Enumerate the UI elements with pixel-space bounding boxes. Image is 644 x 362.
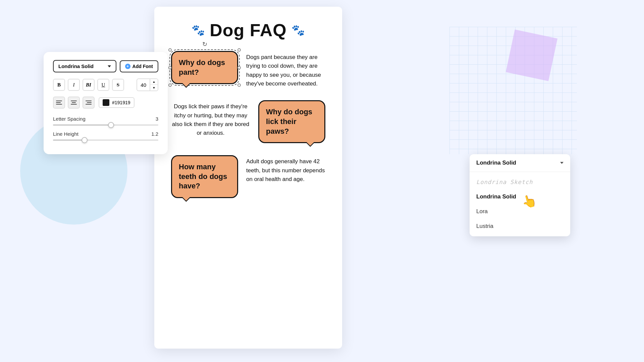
color-picker-button[interactable]: #191919 [99, 97, 135, 108]
font-size-value[interactable]: 40 [137, 81, 150, 89]
speech-bubble-1[interactable]: ↻ Why do dogs pant? [171, 51, 238, 84]
faq-item-1: ↻ Why do dogs pant? Dogs pant because th… [171, 51, 325, 88]
bold-italic-button[interactable]: BI [83, 79, 95, 91]
paw-right-icon: 🐾 [291, 24, 305, 37]
align-color-row: #191919 [53, 97, 158, 109]
speech-bubble-2[interactable]: Why do dogs lick their paws? [258, 100, 325, 143]
dropdown-item-londrina-sketch[interactable]: Londrina Sketch [470, 175, 570, 189]
font-option-lora: Lora [476, 208, 488, 215]
handle-ml[interactable] [168, 66, 172, 69]
strikethrough-button[interactable]: S [112, 79, 124, 91]
faq-item-2: Why do dogs lick their paws? Dogs lick t… [171, 100, 325, 143]
letter-spacing-thumb[interactable] [108, 122, 114, 128]
letter-spacing-value: 3 [156, 116, 158, 122]
font-select-chevron-icon [108, 65, 111, 67]
line-height-label: Line Height [53, 131, 78, 137]
align-center-button[interactable] [68, 97, 80, 109]
formatting-panel: Londrina Solid + Add Font B I BI U S 40 … [44, 52, 168, 154]
question-3: How many teeth do dogs have? [179, 163, 227, 190]
letter-spacing-track[interactable] [53, 124, 158, 126]
font-size-input: 40 ▲ ▼ [137, 78, 158, 91]
line-height-track[interactable] [53, 139, 158, 141]
italic-button[interactable]: I [68, 79, 80, 91]
plus-icon: + [125, 64, 130, 69]
line-height-label-row: Line Height 1.2 [53, 131, 158, 137]
align-left-button[interactable] [53, 97, 65, 109]
document-title: Dog FAQ [210, 20, 286, 40]
dropdown-selected-font: Londrina Solid [476, 160, 516, 166]
line-height-value: 1.2 [151, 131, 158, 137]
font-row: Londrina Solid + Add Font [53, 60, 158, 72]
style-buttons-row: B I BI U S 40 ▲ ▼ [53, 78, 158, 91]
bg-purple-rect [506, 29, 557, 81]
selection-overlay: ↻ [169, 49, 240, 86]
handle-tl[interactable] [168, 48, 172, 52]
answer-2: Dogs lick their paws if they're itchy or… [171, 100, 250, 137]
handle-tr[interactable] [237, 48, 241, 52]
add-font-button[interactable]: + Add Font [120, 60, 158, 72]
faq-item-3: How many teeth do dogs have? Adult dogs … [171, 155, 325, 198]
font-size-increase[interactable]: ▲ [150, 79, 158, 85]
font-option-solid: Londrina Solid [476, 193, 516, 200]
font-option-sketchy: Londrina Sketch [476, 179, 533, 185]
dropdown-item-lustria[interactable]: Lustria [470, 219, 570, 234]
letter-spacing-label: Letter Spacing [53, 116, 86, 122]
dropdown-list: Londrina Sketch Londrina Solid Lora Lust… [470, 172, 570, 236]
answer-3: Adult dogs generally have 42 teeth, but … [246, 155, 325, 184]
handle-br[interactable] [237, 83, 241, 87]
document-title-area: 🐾 Dog FAQ 🐾 [171, 20, 325, 40]
line-height-section: Line Height 1.2 [53, 131, 158, 141]
rotate-handle[interactable]: ↻ [202, 41, 207, 48]
handle-mr[interactable] [237, 66, 241, 69]
font-option-lustria: Lustria [476, 223, 493, 229]
bold-button[interactable]: B [53, 79, 65, 91]
answer-1: Dogs pant because they are trying to coo… [246, 51, 325, 88]
question-1: Why do dogs pant? [179, 58, 225, 76]
question-2: Why do dogs lick their paws? [266, 108, 312, 135]
dropdown-item-lora[interactable]: Lora [470, 204, 570, 219]
add-font-label: Add Font [132, 64, 153, 69]
underline-button[interactable]: U [97, 79, 109, 91]
color-swatch [103, 99, 109, 106]
letter-spacing-label-row: Letter Spacing 3 [53, 116, 158, 122]
align-right-button[interactable] [83, 97, 95, 109]
font-dropdown-panel: Londrina Solid Londrina Sketch Londrina … [470, 154, 570, 236]
color-hex-value: #191919 [112, 100, 130, 105]
dropdown-chevron-icon [560, 162, 564, 164]
document-panel: 🐾 Dog FAQ 🐾 ↻ Why do dogs pant? Dogs pan… [154, 7, 342, 349]
speech-bubble-3[interactable]: How many teeth do dogs have? [171, 155, 238, 198]
paw-left-icon: 🐾 [192, 24, 205, 37]
letter-spacing-section: Letter Spacing 3 [53, 116, 158, 126]
font-size-decrease[interactable]: ▼ [150, 85, 158, 90]
font-size-arrows: ▲ ▼ [150, 79, 158, 90]
handle-bl[interactable] [168, 83, 172, 87]
line-height-thumb[interactable] [82, 137, 88, 143]
font-select[interactable]: Londrina Solid [53, 60, 116, 72]
dropdown-header[interactable]: Londrina Solid [470, 154, 570, 172]
font-select-label: Londrina Solid [58, 63, 94, 69]
